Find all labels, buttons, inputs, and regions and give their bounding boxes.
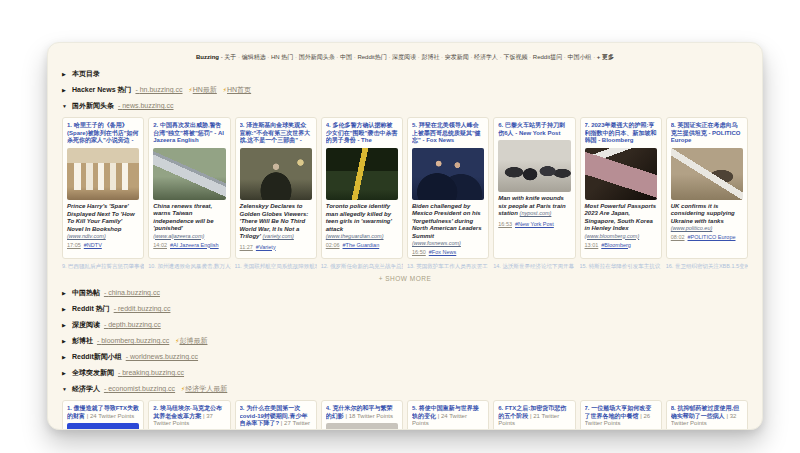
card-thumbnail-bookshop[interactable] bbox=[67, 148, 139, 200]
card-source-link[interactable]: (nypost.com) bbox=[520, 210, 552, 216]
section-domain-link[interactable]: bloomberg.buzzing.cc bbox=[97, 337, 169, 344]
card-headline-link[interactable]: 5. 拜登在北美领导人峰会上被墨西哥总统质疑其"健忘" - Fox News bbox=[412, 122, 484, 145]
brand-logo[interactable]: Buzzing bbox=[196, 54, 219, 60]
card-thumbnail-kashmir-soldiers[interactable] bbox=[326, 423, 398, 430]
card-source-tag[interactable]: #New York Post bbox=[515, 221, 554, 227]
card-source-tag[interactable]: #Fox News bbox=[429, 249, 457, 255]
extra-headline-link[interactable]: 9. 巴西骚乱后卢拉誓言惩罚肇事者 bbox=[62, 263, 144, 270]
card-timestamp[interactable]: 02:06 bbox=[326, 242, 340, 248]
economist-card: 7. 一位赌场大亨如何改变了世界各地的中餐馆 | 26 Twitter Poin… bbox=[580, 400, 662, 430]
card-timestamp[interactable]: 16:53 bbox=[498, 221, 512, 227]
card-source-tag[interactable]: #POLITICO Europe bbox=[688, 234, 736, 240]
collapse-triangle-icon[interactable]: ▶ bbox=[62, 70, 70, 79]
card-headline-link[interactable]: 6. 巴黎火车站男子持刀刺伤6人 - New York Post bbox=[498, 122, 570, 137]
section-title[interactable]: Reddit 热门 bbox=[72, 305, 110, 312]
extra-headline-link[interactable]: 13. 英国救护车工作人员再次罢工 bbox=[407, 263, 489, 270]
card-source-link[interactable]: (www.ndtv.com) bbox=[67, 233, 106, 239]
section-domain-link[interactable]: hn.buzzing.cc bbox=[135, 86, 182, 93]
section-title[interactable]: 中国热帖 bbox=[72, 289, 100, 296]
nav-item-china-group[interactable]: 中国小组 bbox=[567, 54, 596, 60]
collapse-triangle-icon[interactable]: ▶ bbox=[62, 305, 70, 314]
expand-triangle-icon[interactable]: ▼ bbox=[62, 385, 70, 394]
card-timestamp[interactable]: 08:02 bbox=[671, 234, 685, 240]
extra-headline-link[interactable]: 12. 俄罗斯任命新的乌克兰战争总指挥 bbox=[321, 263, 403, 270]
card-timestamp[interactable]: 14:02 bbox=[153, 242, 167, 248]
card-thumbnail-paris-station[interactable] bbox=[498, 140, 570, 192]
nav-more-link[interactable]: + 更多 bbox=[597, 54, 614, 60]
nav-item-videos[interactable]: 下饭视频 bbox=[503, 54, 532, 60]
section-title[interactable]: Reddit新闻小组 bbox=[72, 353, 122, 360]
economist-latest-link[interactable]: 经济学人最新 bbox=[185, 385, 227, 392]
card-timestamp[interactable]: 16:50 bbox=[412, 249, 426, 255]
card-source-tag[interactable]: #The Guardian bbox=[343, 242, 380, 248]
hn-front-link[interactable]: HN首页 bbox=[227, 86, 251, 93]
nav-item-reddit[interactable]: Reddit热门 bbox=[357, 54, 392, 60]
section-domain-link[interactable]: economist.buzzing.cc bbox=[104, 385, 175, 392]
card-source-tag[interactable]: #Al Jazeera English bbox=[170, 242, 219, 248]
extra-headline-link[interactable]: 10. 加州遭遇致命风暴袭击,数万人撤离 bbox=[148, 263, 230, 270]
nav-item-hn[interactable]: HN 热门 bbox=[271, 54, 299, 60]
card-headline-link[interactable]: 1. 哈里王子的《备用》(Spare)被陈列在书店"如何杀死你的家人"小说旁边 … bbox=[67, 122, 139, 145]
nav-item-about[interactable]: 关于 bbox=[224, 54, 241, 60]
extra-headline-link[interactable]: 16. 世卫组织密切关注XBB.1.5变种 bbox=[666, 263, 748, 270]
collapse-triangle-icon[interactable]: ▶ bbox=[62, 337, 70, 346]
section-domain-link[interactable]: breaking.buzzing.cc bbox=[118, 369, 184, 376]
collapse-triangle-icon[interactable]: ▶ bbox=[62, 321, 70, 330]
card-thumbnail-passports[interactable] bbox=[585, 148, 657, 200]
card-headline-link[interactable]: 4. 多伦多警方确认据称被少女们在"围殴"袭击中杀害的男子身份 - The Gu… bbox=[326, 122, 398, 145]
nav-item-askreddit[interactable]: Reddit提问 bbox=[533, 54, 568, 60]
collapse-triangle-icon[interactable]: ▶ bbox=[62, 369, 70, 378]
card-timestamp[interactable]: 11:27 bbox=[240, 244, 253, 250]
card-source-tag[interactable]: #Variety bbox=[256, 244, 276, 250]
card-thumbnail-biden-summit[interactable] bbox=[412, 148, 484, 200]
card-headline-link[interactable]: 2. 中国再次发出威胁,警告台湾"独立"将被"惩罚" - Al Jazeera … bbox=[153, 122, 225, 145]
section-title[interactable]: Hacker News 热门 bbox=[72, 86, 132, 93]
hn-latest-link[interactable]: HN最新 bbox=[193, 86, 217, 93]
extra-headline-link[interactable]: 15. 特斯拉在华降价引发车主抗议 bbox=[580, 263, 662, 270]
section-title[interactable]: 经济学人 bbox=[72, 385, 100, 392]
card-timestamp[interactable]: 13:01 bbox=[585, 242, 599, 248]
card-thumbnail-ukraine-tanks[interactable] bbox=[671, 148, 743, 200]
card-source-link[interactable]: (www.foxnews.com) bbox=[412, 240, 461, 246]
card-timestamp[interactable]: 17:05 bbox=[67, 242, 81, 248]
nav-item-depth[interactable]: 深度阅读 bbox=[392, 54, 421, 60]
section-title[interactable]: 国外新闻头条 bbox=[72, 102, 114, 109]
nav-item-china[interactable]: 中国 bbox=[340, 54, 357, 60]
card-source-link[interactable]: (variety.com) bbox=[263, 233, 294, 239]
extra-headline-link[interactable]: 14. 达沃斯世界经济论坛下周开幕 bbox=[493, 263, 575, 270]
card-source-link[interactable]: (www.aljazeera.com) bbox=[153, 233, 204, 239]
collapse-triangle-icon[interactable]: ▶ bbox=[62, 86, 70, 95]
card-source-tag[interactable]: #NDTV bbox=[84, 242, 102, 248]
card-source-link[interactable]: (www.theguardian.com) bbox=[326, 233, 384, 239]
section-title[interactable]: 全球突发新闻 bbox=[72, 369, 114, 376]
section-domain-link[interactable]: worldnews.buzzing.cc bbox=[126, 353, 198, 360]
expand-triangle-icon[interactable]: ▼ bbox=[62, 102, 70, 111]
collapse-triangle-icon[interactable]: ▶ bbox=[62, 353, 70, 362]
card-headline-link[interactable]: 8. 英国证实正在考虑向乌克兰提供坦克 - POLITICO Europe bbox=[671, 122, 743, 145]
bloomberg-latest-link[interactable]: 彭博最新 bbox=[179, 337, 207, 344]
card-headline-link[interactable]: 7. 2023年最强大的护照:亨利指数中的日本、新加坡和韩国 - Bloombe… bbox=[585, 122, 657, 145]
card-headline-link[interactable]: 3. 泽连斯基向金球奖观众宣称:"不会有第三次世界大战,这不是一个三部曲" - … bbox=[240, 122, 312, 145]
section-domain-link[interactable]: china.buzzing.cc bbox=[104, 289, 160, 296]
nav-item-editors-picks[interactable]: 编辑精选 bbox=[242, 54, 271, 60]
card-thumbnail-missile[interactable] bbox=[153, 148, 225, 200]
card-source-link[interactable]: (www.bloomberg.com) bbox=[585, 233, 640, 239]
nav-item-bloomberg[interactable]: 彭博社 bbox=[421, 54, 444, 60]
card-source-tag[interactable]: #Bloomberg bbox=[601, 242, 631, 248]
section-domain-link[interactable]: reddit.buzzing.cc bbox=[114, 305, 171, 312]
card-thumbnail-eu-cartoon[interactable] bbox=[67, 423, 139, 430]
show-more-button[interactable]: + SHOW MORE bbox=[62, 275, 748, 282]
card-source-link[interactable]: (www.politico.eu) bbox=[671, 225, 713, 231]
nav-item-world-news[interactable]: 国外新闻头条 bbox=[299, 54, 340, 60]
section-domain-link[interactable]: depth.buzzing.cc bbox=[104, 321, 161, 328]
nav-item-economist[interactable]: 经济学人 bbox=[474, 54, 503, 60]
section-title[interactable]: 本页目录 bbox=[72, 70, 100, 77]
collapse-triangle-icon[interactable]: ▶ bbox=[62, 289, 70, 298]
section-title[interactable]: 彭博社 bbox=[72, 337, 93, 344]
section-title[interactable]: 深度阅读 bbox=[72, 321, 100, 328]
section-domain-link[interactable]: news.buzzing.cc bbox=[118, 102, 174, 109]
extra-headline-link[interactable]: 11. 美国联邦航空局系统故障致航班延误 bbox=[235, 263, 317, 270]
card-thumbnail-police-tape[interactable] bbox=[326, 148, 398, 200]
nav-item-breaking[interactable]: 突发新闻 bbox=[445, 54, 474, 60]
card-thumbnail-zelenskyy[interactable] bbox=[240, 148, 312, 200]
